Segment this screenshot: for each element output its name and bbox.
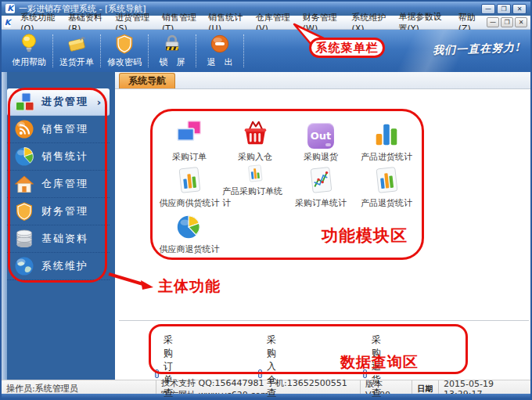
delivery-order-button[interactable]: 送货开单	[54, 31, 99, 70]
module-label: 采购订单	[172, 151, 207, 163]
restore-button[interactable]: ❐	[497, 4, 511, 14]
annotation-menu-bubble: 系统菜单栏	[309, 38, 385, 58]
house-icon	[14, 174, 34, 194]
sidebar-item-label: 财务管理	[41, 204, 88, 218]
menu-item-sales-mgmt[interactable]: 销售管理(T)	[156, 16, 203, 29]
menu-item-help[interactable]: 帮助(Z)	[453, 16, 487, 29]
toolbar-separator	[100, 34, 101, 67]
menu-item-base-data[interactable]: 基础资料(R)	[63, 16, 110, 29]
sidebar-item-system-maintenance[interactable]: 系统维护	[7, 253, 110, 280]
module-purchase-return[interactable]: Out 采购退货	[288, 117, 354, 164]
content-divider	[119, 320, 529, 321]
module-purchase-inbound[interactable]: 采购入仓	[222, 117, 288, 164]
sidebar-item-label: 销售管理	[41, 122, 88, 136]
module-label: 产品进货统计	[361, 151, 412, 163]
delivery-note-icon	[65, 32, 88, 56]
pie-chart-icon	[174, 211, 205, 241]
lock-screen-button[interactable]: 锁 屏	[149, 31, 195, 70]
module-label: 采购订单统计	[295, 197, 347, 209]
globe-icon	[14, 256, 34, 276]
chevron-right-icon: ›	[97, 96, 110, 108]
sidebar-item-label: 仓库管理	[41, 177, 88, 191]
toolbar-separator	[196, 34, 196, 67]
sidebar-item-label: 销售统计	[41, 150, 88, 164]
menu-item-system-maintenance[interactable]: 系统维护(X)	[346, 16, 393, 29]
doc-bar-chart-icon	[174, 165, 205, 195]
pie-chart-icon	[14, 146, 34, 167]
toolbar-separator	[52, 34, 53, 67]
help-button-label: 使用帮助	[12, 56, 46, 68]
exit-icon	[208, 32, 232, 56]
app-logo-icon: K	[5, 4, 15, 13]
module-label: 产品采购订单统计	[222, 186, 288, 209]
exit-button[interactable]: 退 出	[197, 31, 243, 70]
module-supplier-return-stats[interactable]: 供应商退货统计	[156, 210, 222, 256]
sidebar-item-purchase-mgmt[interactable]: 进货管理 ›	[7, 88, 110, 116]
help-button[interactable]: 使用帮助	[6, 31, 52, 70]
annotation-query-area: 数据查询区	[340, 352, 419, 373]
out-badge-icon: Out	[307, 123, 334, 149]
bar-chart-icon	[371, 119, 402, 149]
app-window: K 一彩进销存管理系统 - [系统导航] — ❐ ✕ K 系统功能(Q) 基础资…	[0, 0, 532, 400]
annotation-main-functions: 主体功能	[158, 276, 221, 297]
close-button[interactable]: ✕	[512, 4, 527, 14]
doc-bar-chart-icon	[371, 165, 402, 195]
module-product-po-stats[interactable]: 产品采购订单统计	[222, 164, 288, 210]
menu-item-doc-settings[interactable]: 单据参数设置(Y)	[394, 16, 453, 29]
menu-item-finance-mgmt[interactable]: 财务管理(W)	[297, 16, 347, 29]
sidebar-item-warehouse-mgmt[interactable]: 仓库管理	[7, 171, 110, 198]
query-purchase-order[interactable]: 采购订单查询	[155, 333, 179, 400]
query-label: 采购订单查询	[164, 333, 179, 400]
blocks-icon	[14, 92, 34, 112]
sidebar-item-label: 基础资料	[41, 232, 88, 246]
module-supplier-supply-stats[interactable]: 供应商供货统计	[156, 164, 222, 210]
mdi-restore-button[interactable]: ❐	[501, 17, 513, 27]
app-logo-icon-small: K	[4, 18, 11, 27]
module-label: 采购入仓	[238, 151, 272, 163]
module-product-purchase-stats[interactable]: 产品进货统计	[354, 117, 419, 164]
sidebar-item-sales-stats[interactable]: 销售统计	[7, 143, 110, 171]
doc-bar-chart-icon	[239, 164, 271, 183]
monitor-icon	[258, 369, 262, 378]
mdi-close-button[interactable]: ✕	[515, 17, 527, 27]
menu-item-sales-stats[interactable]: 销售统计(U)	[203, 16, 250, 29]
password-shield-icon	[113, 32, 136, 56]
sidebar-item-label: 进货管理	[41, 95, 88, 109]
exit-button-label: 退 出	[207, 56, 233, 68]
query-purchase-inbound[interactable]: 采购入仓查询	[258, 333, 282, 400]
broadcast-icon	[14, 119, 34, 139]
menu-item-system-functions[interactable]: 系统功能(Q)	[15, 16, 63, 29]
line-chart-icon	[305, 165, 336, 195]
toolbar-separator	[243, 34, 244, 67]
sidebar-item-base-data[interactable]: 基础资料	[7, 225, 110, 253]
sidebar-item-finance-mgmt[interactable]: 财务管理	[7, 198, 110, 225]
toolbar-separator	[148, 34, 149, 67]
sidebar-item-sales-mgmt[interactable]: 销售管理	[7, 116, 110, 143]
delivery-order-button-label: 送货开单	[59, 56, 94, 68]
module-po-stats[interactable]: 采购订单统计	[288, 164, 354, 210]
shield-icon	[14, 201, 34, 222]
menu-item-warehouse-mgmt[interactable]: 仓库管理(V)	[250, 16, 297, 29]
module-purchase-order[interactable]: 采购订单	[156, 117, 222, 164]
change-password-button[interactable]: 修改密码	[102, 31, 147, 70]
purchase-order-icon	[174, 119, 205, 149]
monitor-icon	[155, 369, 159, 378]
query-label: 采购入仓查询	[267, 333, 282, 400]
module-label: 采购退货	[304, 151, 338, 163]
sidebar-item-label: 系统维护	[41, 259, 88, 273]
annotation-modules-area: 功能模块区	[322, 225, 408, 247]
module-label: 供应商退货统计	[160, 243, 220, 255]
menu-item-purchase-mgmt[interactable]: 进货管理(S)	[110, 16, 156, 29]
tab-system-navigation[interactable]: 系统导航	[119, 73, 175, 88]
module-label: 产品退货统计	[361, 197, 412, 209]
database-icon	[14, 229, 34, 249]
minimize-button[interactable]: —	[481, 4, 495, 14]
mdi-minimize-button[interactable]: —	[487, 17, 499, 27]
lock-screen-button-label: 锁 屏	[160, 56, 185, 68]
lock-icon	[160, 32, 184, 56]
sidebar: 进货管理 › 销售管理	[2, 72, 115, 380]
module-label: 供应商供货统计	[160, 197, 220, 209]
menu-bar: K 系统功能(Q) 基础资料(R) 进货管理(S) 销售管理(T) 销售统计(U…	[2, 16, 530, 30]
module-product-return-stats[interactable]: 产品退货统计	[354, 164, 419, 210]
help-bulb-icon	[17, 32, 41, 56]
